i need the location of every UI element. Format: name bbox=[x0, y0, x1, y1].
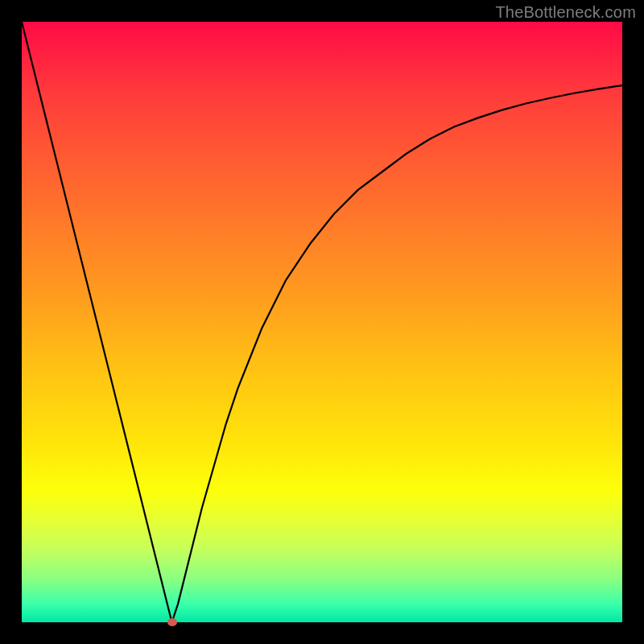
bottleneck-curve bbox=[22, 22, 622, 622]
watermark-text: TheBottleneck.com bbox=[495, 3, 636, 22]
minimum-marker-dot bbox=[167, 618, 177, 626]
curve-path bbox=[22, 22, 622, 622]
chart-outer-frame: TheBottleneck.com bbox=[0, 0, 644, 644]
